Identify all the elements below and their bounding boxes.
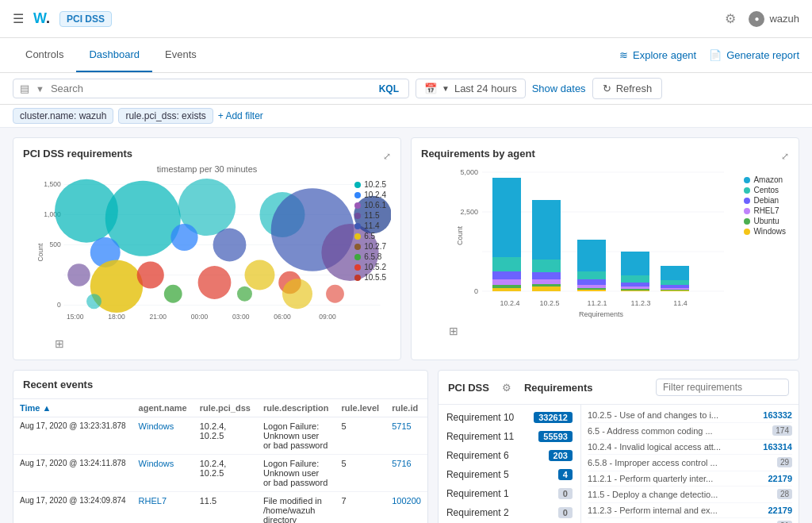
expand-icon[interactable]: ⤢	[383, 151, 391, 162]
event-pci: 10.2.4, 10.2.5	[193, 455, 257, 492]
explore-agent-icon: ≋	[619, 49, 628, 61]
pci-body: Requirement 10 332612 Requirement 11 555…	[439, 405, 799, 523]
svg-text:10.2.5: 10.2.5	[539, 299, 559, 307]
event-agent[interactable]: Windows	[132, 455, 193, 492]
generate-report-button[interactable]: 📄 Generate report	[709, 49, 799, 61]
filter-icon: ▤	[20, 83, 29, 94]
svg-text:Count: Count	[36, 243, 44, 261]
recent-events-header: Recent events	[13, 371, 427, 399]
requirements-title: Requirements	[524, 382, 643, 394]
recent-events-title: Recent events	[23, 379, 93, 390]
tab-dashboard[interactable]: Dashboard	[76, 38, 152, 72]
svg-rect-65	[577, 271, 606, 279]
req-detail-item: 6.5.8 - Improper access control ... 29	[588, 455, 792, 471]
tab-events[interactable]: Events	[152, 38, 209, 72]
search-input[interactable]	[51, 83, 373, 94]
svg-rect-57	[492, 288, 521, 291]
req-detail-item: 10.5.2 - Protect audit trail files fr...…	[588, 518, 792, 523]
event-id[interactable]: 5715	[385, 417, 427, 455]
pci-req-item[interactable]: Requirement 5 4	[439, 465, 580, 484]
add-filter-button[interactable]: + Add filter	[218, 110, 263, 121]
tab-controls[interactable]: Controls	[13, 38, 76, 72]
svg-rect-81	[661, 290, 689, 291]
svg-rect-71	[621, 275, 649, 283]
svg-rect-52	[492, 178, 521, 257]
svg-rect-58	[532, 200, 561, 260]
col-time[interactable]: Time ▲	[13, 399, 132, 417]
svg-point-31	[67, 263, 90, 286]
filter-tag-pci: rule.pci_dss: exists	[118, 108, 213, 124]
event-id[interactable]: 5716	[385, 455, 427, 492]
pci-req-item[interactable]: Requirement 2 0	[439, 503, 580, 522]
pci-req-item[interactable]: Requirement 10 332612	[439, 408, 580, 427]
username: wazuh	[769, 13, 799, 25]
kql-badge[interactable]: KQL	[379, 83, 402, 94]
svg-rect-67	[577, 285, 606, 288]
svg-rect-59	[532, 260, 561, 272]
refresh-button[interactable]: ↻ Refresh	[592, 78, 663, 99]
event-time: Aug 17, 2020 @ 13:23:31.878	[13, 417, 132, 455]
col-id: rule.id	[385, 399, 427, 417]
svg-text:2,500: 2,500	[460, 208, 478, 216]
event-level: 5	[335, 417, 385, 455]
svg-point-24	[213, 229, 247, 262]
settings-icon[interactable]: ⚙	[725, 11, 736, 26]
pci-req-item[interactable]: Requirement 1 0	[439, 484, 580, 503]
event-pci: 11.5	[193, 492, 257, 524]
svg-rect-68	[577, 288, 606, 290]
svg-point-28	[198, 266, 232, 299]
svg-point-33	[237, 286, 252, 302]
req-filter-input[interactable]	[656, 379, 789, 396]
expand-req-icon[interactable]: ⤢	[781, 151, 789, 162]
event-time: Aug 17, 2020 @ 13:24:11.878	[13, 455, 132, 492]
req-detail-list: 10.2.5 - Use of and changes to i... 1633…	[581, 405, 799, 523]
req-detail-item: 10.2.5 - Use of and changes to i... 1633…	[588, 408, 792, 423]
bubble-chart-svg: 1,500 1,000 500 0 Count 15:00 18:00 21:0…	[23, 177, 391, 328]
table-view-icon[interactable]: ⊞	[55, 337, 64, 350]
pci-requirements-title: PCI DSS requirements	[23, 148, 132, 160]
svg-text:11.4: 11.4	[673, 299, 688, 307]
svg-text:11.2.1: 11.2.1	[587, 299, 607, 307]
dropdown-arrow[interactable]: ▼	[36, 84, 44, 94]
pci-req-item[interactable]: Requirement 6 203	[439, 446, 580, 465]
bar-table-icon[interactable]: ⊞	[449, 325, 458, 337]
logo: W.	[33, 10, 50, 27]
topbar-right: ⚙ ● wazuh	[725, 11, 799, 27]
svg-text:0: 0	[57, 301, 61, 309]
svg-rect-62	[532, 284, 561, 286]
user-menu[interactable]: ● wazuh	[749, 11, 799, 27]
show-dates-button[interactable]: Show dates	[532, 83, 586, 94]
topbar: ☰ W. PCI DSS ⚙ ● wazuh	[0, 0, 812, 38]
table-row: Aug 17, 2020 @ 13:23:31.878 Windows 10.2…	[13, 417, 427, 455]
explore-agent-button[interactable]: ≋ Explore agent	[619, 49, 696, 61]
svg-rect-76	[661, 266, 689, 280]
date-picker[interactable]: 📅 ▼ Last 24 hours	[416, 79, 526, 98]
svg-text:09:00: 09:00	[319, 313, 336, 321]
svg-point-22	[170, 224, 197, 251]
svg-text:21:00: 21:00	[150, 313, 167, 321]
svg-rect-55	[492, 279, 521, 285]
bar-chart-legend: Amazon Centos Debian RHEL7 Ubuntu Window…	[742, 172, 787, 240]
pci-req-item[interactable]: Requirement 11 55593	[439, 427, 580, 446]
svg-point-35	[282, 279, 312, 309]
svg-text:03:00: 03:00	[232, 313, 250, 321]
svg-point-36	[326, 285, 344, 303]
search-box: ▤ ▼ KQL	[13, 79, 409, 98]
event-agent[interactable]: Windows	[132, 417, 193, 455]
timestamp-label: timestamp per 30 minutes	[23, 164, 391, 174]
event-agent[interactable]: RHEL7	[132, 492, 193, 524]
bubble-chart-legend: 10.2.5 10.2.4 10.6.1 11.5 11.4 6.5 10.2.…	[350, 177, 391, 286]
svg-rect-72	[621, 283, 649, 286]
event-id[interactable]: 100200	[385, 492, 427, 524]
svg-rect-75	[621, 290, 649, 291]
refresh-icon: ↻	[603, 83, 611, 94]
svg-point-27	[137, 261, 164, 288]
req-detail-item: 11.2.3 - Perform internal and ex... 2217…	[588, 503, 792, 518]
pci-settings-icon[interactable]: ⚙	[502, 382, 511, 394]
svg-text:11.2.3: 11.2.3	[630, 299, 650, 307]
report-icon: 📄	[709, 49, 722, 61]
nav-bar: Controls Dashboard Events ≋ Explore agen…	[0, 38, 812, 73]
bottom-grid: Recent events Time ▲ agent.name rule.pci…	[13, 370, 799, 523]
hamburger-icon[interactable]: ☰	[13, 11, 24, 26]
col-agent: agent.name	[132, 399, 193, 417]
